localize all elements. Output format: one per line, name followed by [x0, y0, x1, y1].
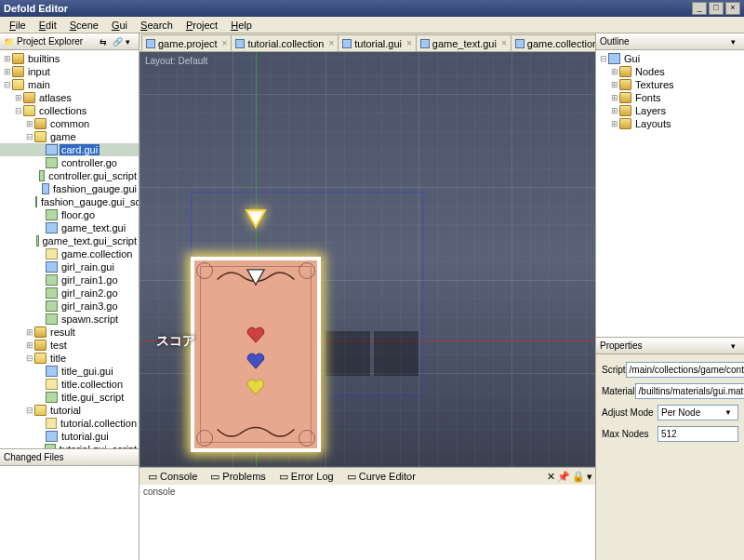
tree-twisty-icon[interactable]: ⊞ — [609, 119, 619, 128]
tree-item[interactable]: ⊞Nodes — [596, 65, 744, 78]
tree-item[interactable]: game.collection — [0, 247, 139, 260]
tab-close-icon[interactable]: × — [328, 38, 334, 48]
window-maximize-button[interactable]: □ — [709, 2, 724, 15]
tree-item[interactable]: tutorial.gui — [0, 430, 139, 443]
property-value-input[interactable]: Per Node▼ — [658, 405, 738, 420]
tree-item[interactable]: ⊟game — [0, 130, 139, 143]
tree-twisty-icon[interactable]: ⊟ — [24, 406, 34, 415]
tree-item[interactable]: title.collection — [0, 378, 139, 391]
tree-item[interactable]: game_text.gui — [0, 221, 139, 234]
tree-item[interactable]: game_text.gui_script — [0, 234, 139, 247]
tree-item[interactable]: fashion_gauge.gui — [0, 182, 139, 195]
editor-tab[interactable]: game.collection× — [511, 34, 595, 51]
console-output[interactable]: console — [140, 485, 595, 560]
tree-twisty-icon[interactable]: ⊟ — [24, 353, 34, 363]
editor-tab[interactable]: tutorial.gui× — [338, 34, 417, 51]
property-value-input[interactable]: /main/collections/game/cont — [626, 362, 744, 378]
tree-item[interactable]: ⊞result — [0, 326, 139, 339]
tree-item[interactable]: ⊞input — [0, 65, 139, 78]
tree-item[interactable]: title_gui.gui — [0, 365, 139, 378]
console-clear-icon[interactable]: ✕ — [547, 471, 555, 483]
tree-item[interactable]: girl_rain3.go — [0, 300, 139, 313]
tree-twisty-icon[interactable]: ⊞ — [13, 93, 23, 102]
tree-item[interactable]: ⊞Layouts — [596, 117, 744, 130]
console-menu-icon[interactable]: ▾ — [587, 471, 592, 483]
editor-tab[interactable]: tutorial.collection× — [231, 34, 339, 51]
tree-twisty-icon[interactable]: ⊟ — [598, 54, 608, 63]
tree-item[interactable]: ⊞Layers — [596, 104, 744, 117]
tree-item[interactable]: ⊟collections — [0, 104, 139, 117]
tree-item[interactable]: ⊞common — [0, 117, 139, 130]
outline-tree[interactable]: ⊟Gui⊞Nodes⊞Textures⊞Fonts⊞Layers⊞Layouts — [596, 50, 744, 337]
menu-help[interactable]: Help — [225, 19, 258, 32]
tree-twisty-icon[interactable]: ⊞ — [609, 80, 619, 89]
tree-twisty-icon[interactable]: ⊟ — [13, 106, 23, 115]
property-value-input[interactable]: /builtins/materials/gui.materi — [635, 383, 744, 399]
console-tab-console[interactable]: ▭Console — [142, 469, 203, 485]
collapse-all-icon[interactable]: ⇆ — [100, 37, 109, 47]
tree-twisty-icon[interactable]: ⊞ — [24, 327, 34, 337]
tree-item[interactable]: girl_rain1.go — [0, 273, 139, 287]
window-close-button[interactable]: × — [725, 2, 740, 15]
menu-gui[interactable]: Gui — [106, 19, 133, 32]
tree-item[interactable]: girl_rain2.go — [0, 287, 139, 300]
tree-item[interactable]: controller.gui_script — [0, 169, 139, 182]
tree-twisty-icon[interactable]: ⊟ — [24, 132, 34, 141]
tree-twisty-icon[interactable]: ⊞ — [2, 54, 12, 63]
tree-twisty-icon[interactable]: ⊞ — [609, 93, 619, 102]
tree-twisty-icon[interactable]: ⊞ — [24, 119, 34, 128]
menu-file[interactable]: File — [4, 19, 32, 32]
tree-label: girl_rain2.go — [60, 287, 120, 299]
property-value-input[interactable]: 512 — [658, 426, 738, 442]
console-tab-error-log[interactable]: ▭Error Log — [273, 469, 339, 485]
tree-item[interactable]: ⊟title — [0, 352, 139, 365]
tree-twisty-icon[interactable]: ⊞ — [609, 67, 619, 76]
tree-item[interactable]: girl_rain.gui — [0, 260, 139, 273]
tab-close-icon[interactable]: × — [222, 38, 228, 48]
menu-edit[interactable]: Edit — [33, 19, 62, 32]
view-menu-icon[interactable]: ▾ — [126, 37, 135, 47]
outline-menu-icon[interactable]: ▾ — [731, 37, 740, 47]
tree-twisty-icon[interactable]: ⊟ — [2, 80, 12, 89]
tree-item[interactable]: ⊟tutorial — [0, 404, 139, 417]
tree-item[interactable]: ⊞Fonts — [596, 91, 744, 104]
window-minimize-button[interactable]: _ — [692, 2, 707, 15]
tree-item[interactable]: spawn.script — [0, 313, 139, 326]
project-tree[interactable]: ⊞builtins⊞input⊟main⊞atlases⊟collections… — [0, 50, 139, 448]
tree-item[interactable]: card.gui — [0, 143, 139, 156]
tree-item[interactable]: ⊟main — [0, 78, 139, 91]
tree-item[interactable]: ⊞test — [0, 339, 139, 352]
console-lock-icon[interactable]: 🔒 — [572, 471, 585, 483]
tree-item[interactable]: tutorial.collection — [0, 417, 139, 430]
tree-item[interactable]: title.gui_script — [0, 391, 139, 404]
tree-item[interactable]: ⊞Textures — [596, 78, 744, 91]
tree-twisty-icon[interactable]: ⊞ — [2, 67, 12, 76]
tree-label: Layouts — [633, 118, 673, 129]
link-editor-icon[interactable]: 🔗 — [113, 37, 122, 47]
tree-item[interactable]: controller.go — [0, 156, 139, 169]
tree-item[interactable]: floor.go — [0, 208, 139, 221]
tree-label: Textures — [633, 79, 676, 90]
editor-tab[interactable]: game_text.gui× — [416, 34, 512, 51]
tree-twisty-icon[interactable]: ⊞ — [609, 106, 619, 115]
console-tab-problems[interactable]: ▭Problems — [205, 469, 271, 485]
folder-icon — [34, 340, 46, 351]
menu-project[interactable]: Project — [180, 19, 223, 32]
editor-tab[interactable]: game.project× — [141, 34, 232, 51]
menu-search[interactable]: Search — [135, 19, 179, 32]
menu-scene[interactable]: Scene — [64, 19, 104, 32]
tab-close-icon[interactable]: × — [406, 38, 412, 48]
tab-close-icon[interactable]: × — [501, 38, 507, 48]
properties-menu-icon[interactable]: ▾ — [731, 341, 740, 351]
tree-item[interactable]: ⊞atlases — [0, 91, 139, 104]
scene-viewport[interactable]: Layout: Default — [140, 52, 595, 467]
dropdown-icon[interactable]: ▼ — [722, 408, 735, 417]
file-icon — [46, 366, 58, 377]
console-pin-icon[interactable]: 📌 — [557, 471, 570, 483]
tree-item[interactable]: fashion_gauge.gui_script — [0, 195, 139, 208]
changed-files-body[interactable] — [0, 466, 139, 560]
tree-item[interactable]: ⊞builtins — [0, 52, 139, 65]
tree-twisty-icon[interactable]: ⊞ — [24, 340, 34, 350]
console-tab-curve-editor[interactable]: ▭Curve Editor — [341, 469, 421, 485]
tree-item[interactable]: ⊟Gui — [596, 52, 744, 65]
